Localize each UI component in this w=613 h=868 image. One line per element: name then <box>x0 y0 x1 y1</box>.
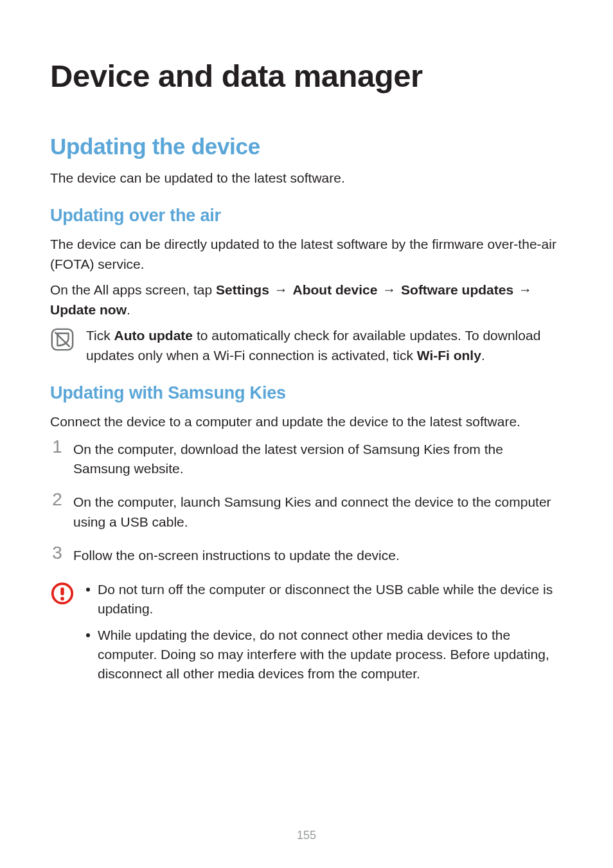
arrow-icon: → <box>269 282 293 297</box>
caution-list: Do not turn off the computer or disconne… <box>86 580 563 684</box>
caution-icon <box>50 581 75 606</box>
ui-label-auto-update: Auto update <box>114 328 193 343</box>
section-heading-updating-device: Updating the device <box>50 134 563 159</box>
list-item: 2 On the computer, launch Samsung Kies a… <box>50 493 563 532</box>
step-list: 1 On the computer, download the latest v… <box>50 440 563 566</box>
ui-label-wifi-only: Wi-Fi only <box>417 348 481 363</box>
page-number: 155 <box>0 829 613 842</box>
caution-block: Do not turn off the computer or disconne… <box>50 580 563 691</box>
text-fragment: . <box>127 302 130 317</box>
arrow-icon: → <box>513 282 533 297</box>
step-text: Follow the on-screen instructions to upd… <box>73 546 563 565</box>
step-number: 2 <box>50 491 64 509</box>
kies-intro: Connect the device to a computer and upd… <box>50 412 563 431</box>
ui-label-software-updates: Software updates <box>401 282 513 297</box>
note-block: Tick Auto update to automatically check … <box>50 326 563 365</box>
note-icon <box>50 327 75 352</box>
section-intro: The device can be updated to the latest … <box>50 168 563 188</box>
ota-path: On the All apps screen, tap Settings → A… <box>50 280 563 320</box>
subheading-kies: Updating with Samsung Kies <box>50 383 563 403</box>
arrow-icon: → <box>377 282 401 297</box>
page-title: Device and data manager <box>50 58 563 94</box>
subheading-ota: Updating over the air <box>50 206 563 226</box>
list-item: While updating the device, do not connec… <box>86 626 563 684</box>
caution-text: While updating the device, do not connec… <box>98 626 563 684</box>
step-text: On the computer, download the latest ver… <box>73 440 563 479</box>
svg-rect-3 <box>60 587 64 595</box>
bullet-icon <box>86 588 90 592</box>
ui-label-update-now: Update now <box>50 302 127 317</box>
ui-label-about-device: About device <box>293 282 378 297</box>
ota-description: The device can be directly updated to th… <box>50 235 563 274</box>
text-fragment: Tick <box>86 328 114 343</box>
step-number: 1 <box>50 438 64 456</box>
ui-label-settings: Settings <box>216 282 269 297</box>
note-text: Tick Auto update to automatically check … <box>86 326 563 365</box>
step-number: 3 <box>50 544 64 562</box>
bullet-icon <box>86 633 90 637</box>
svg-point-4 <box>60 597 64 601</box>
list-item: 1 On the computer, download the latest v… <box>50 440 563 479</box>
text-fragment: On the All apps screen, tap <box>50 282 216 297</box>
step-text: On the computer, launch Samsung Kies and… <box>73 493 563 532</box>
list-item: 3 Follow the on-screen instructions to u… <box>50 546 563 565</box>
text-fragment: . <box>481 348 485 363</box>
caution-text: Do not turn off the computer or disconne… <box>98 580 563 619</box>
list-item: Do not turn off the computer or disconne… <box>86 580 563 619</box>
